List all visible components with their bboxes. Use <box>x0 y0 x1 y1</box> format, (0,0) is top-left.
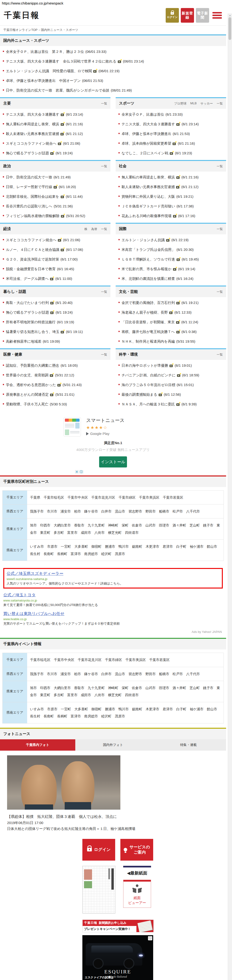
news-link[interactable]: ルノー、４日にＦＣＡと統合協議 <box>6 248 59 251</box>
text-ad[interactable]: 買い替えは東急リバブルへお任せ www.livable.co.jp 充実のサポー… <box>3 611 223 626</box>
scrollbar[interactable]: ▲ <box>228 13 232 980</box>
news-item[interactable]: 日中、防衛交流の拡大で一致(6/1 21:49) <box>0 172 110 182</box>
mlb-link[interactable]: MLB <box>190 102 197 106</box>
news-link[interactable]: 卓球、伊藤と張本が準決勝進出 中国オープン <box>6 79 81 83</box>
news-link[interactable]: エルトン・ジョンさん抗議 同性愛の場面、ロで検閲 <box>6 69 92 73</box>
news-item[interactable]: チバニアン計画、白紙のピンチに(6/1 18:59) <box>116 371 226 380</box>
town-link[interactable]: 柏市 <box>74 672 81 676</box>
news-link[interactable]: ＪＣＢ偽造ギフトカード売却疑い <box>122 204 175 208</box>
news-link[interactable]: 無人運転の車両逆走し衝突、横浜 <box>6 122 59 126</box>
news-item[interactable]: 脱税・金融捜査官を日本で教育(6/1 16:45) <box>0 264 110 274</box>
news-item[interactable]: 貨物列車に外国人乗り込む、大阪(6/1 19:21) <box>116 192 226 202</box>
town-link[interactable]: 東庄町 <box>40 531 51 535</box>
town-link[interactable]: 袖ケ浦市 <box>190 545 203 549</box>
town-link[interactable]: 横芝光町 <box>108 693 122 697</box>
subscription-banner[interactable]: 千葉日報 新聞購読お申し込み プレゼントキャンペーン実施中！ <box>83 920 154 932</box>
town-link[interactable]: 浦安市 <box>60 672 71 676</box>
town-link[interactable]: 船橋市 <box>159 509 170 513</box>
news-item[interactable]: 日中、防衛交流の拡大で一致 岩屋、魏氏がシンガポールで会談(06/01 21:4… <box>0 86 226 95</box>
town-link[interactable]: 香取市 <box>74 523 84 527</box>
news-link[interactable]: 貨物列車に外国人乗り込む、大阪 <box>122 194 175 199</box>
town-link[interactable]: 山武市 <box>145 686 156 690</box>
town-link[interactable]: 野田市 <box>145 672 156 676</box>
town-link[interactable]: 南房総市 <box>84 714 98 718</box>
list-link[interactable]: 一覧 <box>217 164 223 169</box>
town-link[interactable]: 松戸市 <box>173 672 183 676</box>
ad-info-icon[interactable]: ⓘ <box>79 470 83 474</box>
town-link[interactable]: 富津市 <box>71 714 81 718</box>
news-link[interactable]: 原発事故とがんの関連否定 <box>6 393 49 396</box>
scrollbar-thumb[interactable] <box>229 17 231 40</box>
list-link[interactable]: 一覧 <box>217 290 223 294</box>
news-item[interactable]: エルトン・ジョンさん抗議 同性愛の場面、ロで検閲(06/01 22:19) <box>0 66 226 76</box>
text-ad[interactable]: 公式／埼玉県スズキディーラー www0.suzukiarena-saitama.… <box>3 568 223 589</box>
news-item[interactable]: 北朝鮮非核化、国際社会は結束を(6/1 11:44) <box>0 192 110 202</box>
news-link[interactable]: 米高官「トランプ氏は金氏信用」 <box>122 248 175 251</box>
town-link[interactable]: 千葉市稲毛区 <box>30 658 51 662</box>
town-link[interactable]: 一宮町 <box>61 707 71 711</box>
news-link[interactable]: 高齢者独居率に地域差 <box>6 339 41 343</box>
news-link[interactable]: 米で乱射の男、市を恨み報復か <box>122 267 172 271</box>
news-item[interactable]: ＪＣＢ偽造ギフトカード売却疑い(6/1 17:38) <box>116 202 226 211</box>
news-item[interactable]: 全米女子ＯＰ、比嘉は首位 第２Ｒ、勝は２３位(06/01 23:33) <box>0 47 226 57</box>
news-item[interactable]: なでしこ、２日にスペイン戦(6/1 19:23) <box>116 148 226 158</box>
town-link[interactable]: 四街道市 <box>125 531 139 535</box>
scroll-up-icon[interactable]: ▲ <box>228 13 232 16</box>
town-link[interactable]: 長柄町 <box>57 552 67 556</box>
news-item[interactable]: ＮＡＳＡ、月への輸送３社に委託(6/1 9:39) <box>116 399 226 409</box>
news-link[interactable]: スギとココカラファイン統合へ <box>6 238 56 242</box>
list-link[interactable]: 一覧 <box>101 164 107 169</box>
news-link[interactable]: チバニアン計画、白紙のピンチに <box>122 373 176 377</box>
town-link[interactable]: 千葉市緑区 <box>105 658 122 662</box>
news-link[interactable]: 米司法省、グーグル調査へ <box>6 277 49 281</box>
news-link[interactable]: 殺人未遂疑い元農水事務次官逮捕 <box>122 185 175 189</box>
news-link[interactable]: スギとココカラファイン統合へ <box>6 142 56 145</box>
town-link[interactable]: 千葉市花見川区 <box>91 496 115 500</box>
news-item[interactable]: Ｇ２０、資金洗浄阻止で追加対策(6/1 17:00) <box>0 255 110 264</box>
news-link[interactable]: Ｇ２０、資金洗浄阻止で追加対策 <box>6 257 59 261</box>
news-link[interactable]: テニス大坂、四大大会３連勝逃す <box>122 122 175 126</box>
tab-chiba-photo[interactable]: 千葉県内フォト <box>0 739 75 751</box>
latest-paper-link[interactable]: ◀最新紙面 <box>127 870 147 876</box>
news-item[interactable]: 所有者不明地対策の特措法施行(6/1 19:19) <box>0 317 110 327</box>
news-link[interactable]: 花あふれる川崎の殺傷事件現場 <box>122 214 172 218</box>
town-link[interactable]: 多古町 <box>54 531 64 535</box>
adchoices-icon[interactable]: ⓘ <box>148 936 152 940</box>
list-link[interactable]: 一覧 <box>217 227 223 231</box>
login-widget-button[interactable]: ログイン <box>83 839 115 861</box>
news-item[interactable]: 日本の海中ロボットが準優勝(6/1 19:01) <box>116 361 226 371</box>
forex-link[interactable]: 為替 <box>91 227 97 231</box>
photo-image[interactable] <box>7 755 120 810</box>
news-link[interactable]: ＬＧＢＴ理解訴え、ソウルで行進 <box>122 257 175 261</box>
news-link[interactable]: 殺人未遂疑い元農水事務次官逮捕 <box>6 132 59 136</box>
list-link[interactable]: 一覧 <box>101 102 107 106</box>
town-link[interactable]: 八街市 <box>94 693 105 697</box>
news-link[interactable]: 日韓、レーダー照射で平行線 <box>6 185 52 189</box>
town-link[interactable]: 君津市 <box>163 545 173 549</box>
news-item[interactable]: テニス大坂、四大大会３連勝逃す 全仏３回戦で世界４２位に敗れる(06/01 23… <box>0 57 226 66</box>
news-link[interactable]: エルトン・ジョンさん抗議 <box>122 238 165 242</box>
town-link[interactable]: 市川市 <box>47 672 57 676</box>
latest-paper-thumbnail[interactable] <box>83 866 115 913</box>
news-link[interactable]: 全米女子ＯＰ、比嘉は首位 第２Ｒ、勝は２３位 <box>6 49 84 54</box>
stocks-link[interactable]: 株 <box>84 227 87 231</box>
news-item[interactable]: 無人運転の車両逆走し衝突、横浜(6/1 21:16) <box>116 172 226 182</box>
news-item[interactable]: 海のプラごみ５０年流出ゼロ目標(6/1 15:01) <box>116 380 226 390</box>
news-item[interactable]: テニス大坂、四大大会３連勝逃す(6/1 23:14) <box>116 119 226 129</box>
town-link[interactable]: 習志野市 <box>129 672 142 676</box>
breadcrumb-home[interactable]: 千葉日報オンラインTOP <box>3 28 38 32</box>
town-link[interactable]: 袖ケ浦市 <box>190 707 203 711</box>
service-guide-button[interactable]: サービスの ご案内 <box>120 839 153 861</box>
news-item[interactable]: 花あふれる川崎の殺傷事件現場(6/1 17:16) <box>116 211 226 221</box>
town-link[interactable]: 神崎町 <box>108 686 119 690</box>
news-item[interactable]: 猛暑乗り切る知恵出し合う、埼玉(6/1 19:11) <box>0 327 110 337</box>
news-link[interactable]: 受動喫煙、子供６万人死亡 <box>6 402 48 406</box>
town-link[interactable]: 御宿町 <box>91 545 102 549</box>
town-link[interactable]: 酒々井町 <box>173 523 186 527</box>
town-link[interactable]: 山武市 <box>145 523 156 527</box>
town-link[interactable]: 横芝光町 <box>108 531 122 535</box>
town-link[interactable]: 千葉市若葉区 <box>149 658 170 662</box>
menu-icon[interactable] <box>212 12 222 19</box>
town-link[interactable]: 銚子市 <box>203 523 214 527</box>
news-link[interactable]: 海のプラごみ５０年流出ゼロ目標 <box>122 383 175 387</box>
